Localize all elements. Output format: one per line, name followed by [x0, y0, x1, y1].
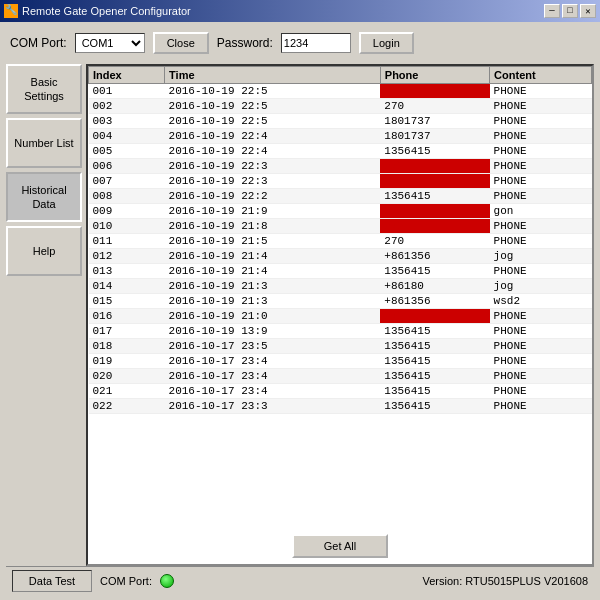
cell-content: wsd2	[490, 294, 592, 309]
get-all-button[interactable]: Get All	[292, 534, 388, 558]
minimize-button[interactable]: ─	[544, 4, 560, 18]
table-row[interactable]: 0092016-10-19 21:9272gon	[89, 204, 592, 219]
table-row[interactable]: 0222016-10-17 23:31356415PHONE	[89, 399, 592, 414]
table-row[interactable]: 0192016-10-17 23:41356415PHONE	[89, 354, 592, 369]
table-row[interactable]: 0132016-10-19 21:41356415PHONE	[89, 264, 592, 279]
cell-time: 2016-10-19 21:4	[165, 264, 381, 279]
window-title: Remote Gate Opener Configurator	[22, 5, 191, 17]
cell-index: 007	[89, 174, 165, 189]
title-controls: ─ □ ✕	[544, 4, 596, 18]
cell-index: 006	[89, 159, 165, 174]
content-area: Index Time Phone Content 0012016-10-19 2…	[86, 64, 594, 566]
cell-content: PHONE	[490, 339, 592, 354]
sidebar-item-help[interactable]: Help	[6, 226, 82, 276]
table-row[interactable]: 0052016-10-19 22:41356415PHONE	[89, 144, 592, 159]
table-row[interactable]: 0162016-10-19 21:0272PHONE	[89, 309, 592, 324]
cell-phone: 1356415	[380, 324, 489, 339]
password-label: Password:	[217, 36, 273, 50]
cell-index: 022	[89, 399, 165, 414]
cell-index: 015	[89, 294, 165, 309]
main-area: Basic Settings Number List Historical Da…	[6, 64, 594, 566]
cell-content: PHONE	[490, 309, 592, 324]
table-row[interactable]: 0202016-10-17 23:41356415PHONE	[89, 369, 592, 384]
cell-index: 021	[89, 384, 165, 399]
sidebar-item-historical-data[interactable]: Historical Data	[6, 172, 82, 222]
cell-content: PHONE	[490, 369, 592, 384]
table-row[interactable]: 0082016-10-19 22:21356415PHONE	[89, 189, 592, 204]
table-row[interactable]: 0172016-10-19 13:91356415PHONE	[89, 324, 592, 339]
cell-phone: 272	[380, 309, 489, 324]
table-row[interactable]: 0182016-10-17 23:51356415PHONE	[89, 339, 592, 354]
table-row[interactable]: 0072016-10-19 22:3272PHONE	[89, 174, 592, 189]
cell-phone: 1356415	[380, 354, 489, 369]
cell-phone: 1356415	[380, 339, 489, 354]
cell-index: 001	[89, 84, 165, 99]
led-indicator	[160, 574, 174, 588]
sidebar-item-basic-settings[interactable]: Basic Settings	[6, 64, 82, 114]
table-row[interactable]: 0112016-10-19 21:5270PHONE	[89, 234, 592, 249]
cell-time: 2016-10-19 22:4	[165, 144, 381, 159]
cell-phone: 1801737	[380, 129, 489, 144]
maximize-button[interactable]: □	[562, 4, 578, 18]
cell-time: 2016-10-19 13:9	[165, 324, 381, 339]
table-row[interactable]: 0152016-10-19 21:3+861356wsd2	[89, 294, 592, 309]
title-bar: 🔧 Remote Gate Opener Configurator ─ □ ✕	[0, 0, 600, 22]
cell-time: 2016-10-19 21:0	[165, 309, 381, 324]
cell-phone: 1356415	[380, 384, 489, 399]
cell-index: 013	[89, 264, 165, 279]
table-row[interactable]: 0142016-10-19 21:3+86180jog	[89, 279, 592, 294]
cell-time: 2016-10-19 22:3	[165, 174, 381, 189]
table-wrapper[interactable]: Index Time Phone Content 0012016-10-19 2…	[88, 66, 592, 528]
cell-index: 019	[89, 354, 165, 369]
com-port-select[interactable]: COM1	[75, 33, 145, 53]
cell-phone: 1356415	[380, 369, 489, 384]
table-row[interactable]: 0022016-10-19 22:5270PHONE	[89, 99, 592, 114]
cell-content: PHONE	[490, 129, 592, 144]
cell-phone: 270	[380, 234, 489, 249]
table-row[interactable]: 0042016-10-19 22:41801737PHONE	[89, 129, 592, 144]
cell-phone: +861356	[380, 249, 489, 264]
cell-index: 009	[89, 204, 165, 219]
close-button[interactable]: ✕	[580, 4, 596, 18]
cell-index: 003	[89, 114, 165, 129]
data-test-section: Data Test	[12, 570, 92, 592]
table-row[interactable]: 0212016-10-17 23:41356415PHONE	[89, 384, 592, 399]
cell-time: 2016-10-17 23:4	[165, 354, 381, 369]
cell-index: 020	[89, 369, 165, 384]
col-time: Time	[165, 67, 381, 84]
cell-index: 018	[89, 339, 165, 354]
cell-content: jog	[490, 279, 592, 294]
cell-phone: 1356415	[380, 189, 489, 204]
cell-index: 011	[89, 234, 165, 249]
cell-index: 017	[89, 324, 165, 339]
login-button[interactable]: Login	[359, 32, 414, 54]
password-input[interactable]	[281, 33, 351, 53]
cell-index: 010	[89, 219, 165, 234]
cell-time: 2016-10-19 21:4	[165, 249, 381, 264]
cell-phone: +86180	[380, 279, 489, 294]
table-row[interactable]: 0062016-10-19 22:3272PHONE	[89, 159, 592, 174]
col-phone: Phone	[380, 67, 489, 84]
version-label: Version:	[422, 575, 462, 587]
cell-phone: 1356415	[380, 399, 489, 414]
cell-index: 005	[89, 144, 165, 159]
version-value: RTU5015PLUS V201608	[465, 575, 588, 587]
cell-content: PHONE	[490, 384, 592, 399]
cell-content: PHONE	[490, 114, 592, 129]
table-row[interactable]: 0102016-10-19 21:8272PHONE	[89, 219, 592, 234]
table-row[interactable]: 0032016-10-19 22:51801737PHONE	[89, 114, 592, 129]
cell-time: 2016-10-19 21:5	[165, 234, 381, 249]
cell-time: 2016-10-17 23:4	[165, 369, 381, 384]
sidebar-item-number-list[interactable]: Number List	[6, 118, 82, 168]
cell-phone: 272	[380, 159, 489, 174]
top-bar: COM Port: COM1 Close Password: Login	[6, 28, 594, 58]
table-row[interactable]: 0122016-10-19 21:4+861356jog	[89, 249, 592, 264]
close-com-button[interactable]: Close	[153, 32, 209, 54]
sidebar: Basic Settings Number List Historical Da…	[6, 64, 86, 566]
cell-time: 2016-10-17 23:5	[165, 339, 381, 354]
data-table: Index Time Phone Content 0012016-10-19 2…	[88, 66, 592, 414]
table-row[interactable]: 0012016-10-19 22:5272PHONE	[89, 84, 592, 99]
cell-content: gon	[490, 204, 592, 219]
cell-time: 2016-10-19 22:5	[165, 84, 381, 99]
cell-index: 002	[89, 99, 165, 114]
